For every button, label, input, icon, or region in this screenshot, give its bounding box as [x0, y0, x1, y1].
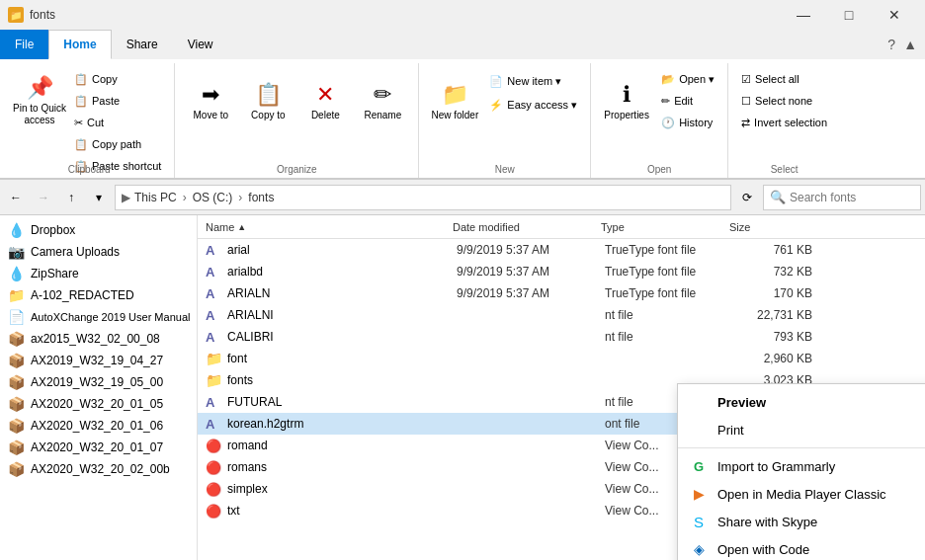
shx-icon-simplex: 🔴: [206, 482, 223, 497]
minimize-button[interactable]: —: [781, 0, 826, 30]
recent-locations-button[interactable]: ▾: [87, 186, 111, 209]
cm-share-skype[interactable]: S Share with Skype: [678, 508, 925, 535]
tab-home[interactable]: Home: [48, 30, 111, 59]
ribbon-content: 📌 Pin to Quick access 📋 Copy 📋 Paste ✂ C…: [0, 59, 925, 179]
collapse-ribbon-button[interactable]: ▲: [903, 37, 917, 52]
back-button[interactable]: ←: [4, 186, 28, 209]
folder-icon-font: 📁: [206, 351, 223, 366]
file-row-arial[interactable]: A arial 9/9/2019 5:37 AM TrueType font f…: [198, 239, 925, 261]
sidebar-item-ax2019a[interactable]: 📦 AX2019_W32_19_04_27: [0, 350, 197, 371]
column-type[interactable]: Type: [601, 221, 729, 233]
address-bar[interactable]: ▶ This PC › OS (C:) › fonts: [115, 185, 731, 210]
cm-import-grammarly[interactable]: G Import to Grammarly: [678, 452, 925, 480]
sidebar-item-autoxchange[interactable]: 📄 AutoXChange 2019 User Manual: [0, 306, 197, 328]
easy-access-icon: ⚡: [489, 99, 503, 112]
sidebar-item-zipshare[interactable]: 💧 ZipShare: [0, 263, 197, 284]
preview-icon: [690, 393, 708, 411]
cm-open-mediaplayer[interactable]: ▶ Open in Media Player Classic: [678, 480, 925, 508]
file-row-arialni[interactable]: A ARIALNI nt file 22,731 KB: [198, 304, 925, 326]
cut-button[interactable]: ✂ Cut: [69, 113, 166, 132]
sidebar-item-ax2015[interactable]: 📦 ax2015_W32_02_00_08: [0, 328, 197, 350]
help-button[interactable]: ?: [887, 37, 895, 52]
properties-button[interactable]: ℹ Properties: [599, 67, 654, 134]
folder-icon-fonts: 📁: [206, 372, 223, 388]
edit-button[interactable]: ✏ Edit: [656, 91, 719, 111]
breadcrumb-thispc[interactable]: This PC: [134, 191, 177, 204]
shx-icon-txt: 🔴: [206, 504, 223, 519]
cm-preview[interactable]: Preview: [678, 388, 925, 416]
file-row-font[interactable]: 📁 font 2,960 KB: [198, 348, 925, 369]
sidebar-item-ax2020a[interactable]: 📦 AX2020_W32_20_01_05: [0, 393, 197, 415]
maximize-button[interactable]: □: [826, 0, 872, 30]
open-button[interactable]: 📂 Open ▾: [656, 69, 719, 89]
pkg-icon-ax2020a: 📦: [8, 396, 25, 412]
clipboard-group: 📌 Pin to Quick access 📋 Copy 📋 Paste ✂ C…: [4, 63, 175, 178]
sidebar-item-ax2019b[interactable]: 📦 AX2019_W32_19_05_00: [0, 371, 197, 393]
copy-path-button[interactable]: 📋 Copy path: [69, 134, 166, 154]
tab-view[interactable]: View: [173, 30, 228, 59]
search-bar[interactable]: 🔍: [763, 185, 921, 210]
forward-button[interactable]: →: [32, 186, 55, 209]
pin-icon: 📌: [27, 75, 53, 101]
column-name[interactable]: Name ▲: [206, 221, 453, 233]
pkg-icon-ax2020d: 📦: [8, 461, 25, 477]
delete-icon: ✕: [316, 82, 334, 108]
open-group: ℹ Properties 📂 Open ▾ ✏ Edit 🕐 History: [591, 63, 728, 178]
camera-icon: 📷: [8, 244, 25, 260]
move-icon: ➡: [202, 82, 219, 108]
window-title: fonts: [30, 8, 55, 22]
copy-button[interactable]: 📋 Copy: [69, 69, 166, 89]
pin-to-quick-access-button[interactable]: 📌 Pin to Quick access: [12, 67, 67, 134]
copy-to-button[interactable]: 📋 Copy to: [240, 67, 295, 134]
paste-button[interactable]: 📋 Paste: [69, 91, 166, 111]
sidebar-item-dropbox[interactable]: 💧 Dropbox: [0, 219, 197, 241]
mediaplayer-icon: ▶: [690, 485, 708, 503]
sidebar-item-a102[interactable]: 📁 A-102_REDACTED: [0, 284, 197, 306]
copy-to-icon: 📋: [255, 82, 282, 108]
new-item-button[interactable]: 📄 New item ▾: [484, 71, 582, 91]
sidebar-item-ax2020c[interactable]: 📦 AX2020_W32_20_01_07: [0, 437, 197, 458]
grammarly-icon: G: [690, 457, 708, 475]
address-icon: ▶: [122, 191, 130, 204]
organize-group: ➡ Move to 📋 Copy to ✕ Delete ✏ Rename Or…: [175, 63, 419, 178]
cm-open-vscode[interactable]: ◈ Open with Code: [678, 535, 925, 560]
properties-icon: ℹ: [623, 82, 631, 108]
sidebar-item-ax2020b[interactable]: 📦 AX2020_W32_20_01_06: [0, 415, 197, 437]
sidebar-item-camera-uploads[interactable]: 📷 Camera Uploads: [0, 241, 197, 263]
close-button[interactable]: ✕: [872, 0, 917, 30]
rename-button[interactable]: ✏ Rename: [355, 67, 410, 134]
file-row-arialn[interactable]: A ARIALN 9/9/2019 5:37 AM TrueType font …: [198, 282, 925, 304]
breadcrumb-fonts[interactable]: fonts: [248, 191, 274, 204]
tab-file[interactable]: File: [0, 30, 48, 59]
font-icon-arialni: A: [206, 308, 223, 323]
up-button[interactable]: ↑: [59, 186, 83, 209]
tab-share[interactable]: Share: [112, 30, 173, 59]
move-to-button[interactable]: ➡ Move to: [183, 67, 238, 134]
select-all-button[interactable]: ☑ Select all: [736, 69, 832, 89]
easy-access-button[interactable]: ⚡ Easy access ▾: [484, 95, 582, 115]
column-size[interactable]: Size: [729, 221, 808, 233]
breadcrumb-osc[interactable]: OS (C:): [193, 191, 233, 204]
search-input[interactable]: [790, 191, 914, 204]
new-folder-button[interactable]: 📁 New folder: [427, 67, 482, 134]
new-folder-icon: 📁: [442, 82, 468, 108]
file-row-arialbd[interactable]: A arialbd 9/9/2019 5:37 AM TrueType font…: [198, 261, 925, 282]
sidebar: 💧 Dropbox 📷 Camera Uploads 💧 ZipShare 📁 …: [0, 215, 198, 560]
rename-icon: ✏: [374, 82, 391, 108]
font-icon-arialn: A: [206, 286, 223, 301]
cut-icon: ✂: [74, 117, 83, 129]
file-row-calibri[interactable]: A CALIBRI nt file 793 KB: [198, 326, 925, 348]
pkg-icon-ax2020c: 📦: [8, 440, 25, 455]
context-menu: Preview Print G Import to Grammarly ▶ Op…: [677, 383, 925, 560]
delete-button[interactable]: ✕ Delete: [297, 67, 353, 134]
column-date[interactable]: Date modified: [453, 221, 601, 233]
font-icon-korean: A: [206, 417, 223, 432]
refresh-button[interactable]: ⟳: [735, 186, 759, 209]
cm-print[interactable]: Print: [678, 416, 925, 443]
doc-icon-autoxchange: 📄: [8, 309, 25, 325]
new-item-icon: 📄: [489, 75, 503, 88]
sidebar-item-ax2020d[interactable]: 📦 AX2020_W32_20_02_00b: [0, 458, 197, 480]
history-button[interactable]: 🕐 History: [656, 113, 719, 132]
select-none-button[interactable]: ☐ Select none: [736, 91, 832, 111]
invert-selection-button[interactable]: ⇄ Invert selection: [736, 113, 832, 132]
